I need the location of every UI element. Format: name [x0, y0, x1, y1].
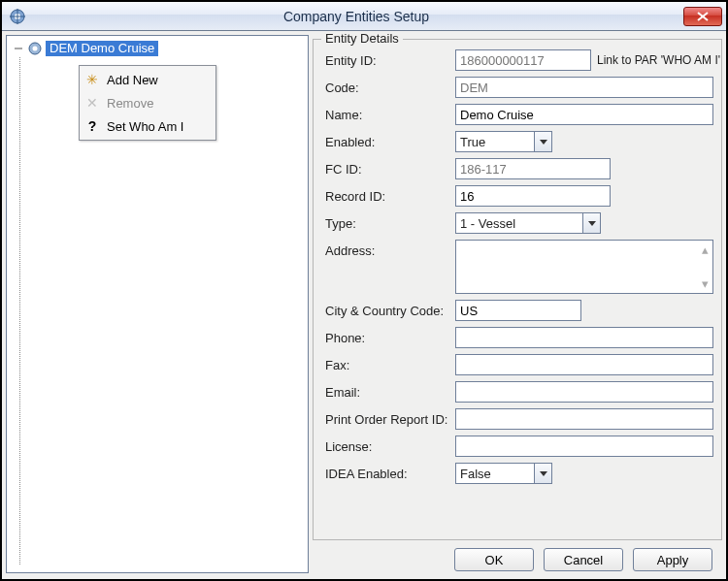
window-frame: Company Entities Setup	[0, 0, 728, 581]
label-city-country: City & Country Code:	[321, 304, 449, 318]
idea-enabled-dropdown-button[interactable]	[534, 464, 551, 483]
label-record-id: Record ID:	[321, 189, 449, 204]
scroll-up-icon: ▴	[702, 242, 709, 257]
tree-connector	[19, 57, 20, 565]
label-type: Type:	[321, 216, 449, 231]
chevron-down-icon	[540, 140, 547, 145]
license-field[interactable]	[455, 436, 713, 457]
fc-id-field	[455, 158, 611, 179]
close-icon	[697, 12, 709, 21]
question-icon: ?	[83, 117, 101, 135]
record-id-field[interactable]	[455, 185, 611, 207]
entity-tree-pane: DEM Demo Cruise ✳ Add New ✕ Remove ? Set…	[6, 35, 309, 573]
app-icon	[6, 5, 29, 28]
details-pane: Entity Details Entity ID: Link to PAR 'W…	[313, 35, 722, 573]
entity-icon	[27, 41, 43, 56]
fax-field[interactable]	[455, 354, 713, 375]
label-code: Code:	[321, 81, 449, 95]
label-print-order-report-id: Print Order Report ID:	[321, 412, 449, 427]
add-icon: ✳	[83, 71, 101, 88]
menu-remove: ✕ Remove	[82, 91, 214, 114]
groupbox-legend: Entity Details	[321, 31, 403, 46]
entity-tree: DEM Demo Cruise	[7, 36, 308, 61]
email-field[interactable]	[455, 381, 713, 403]
scroll-down-icon: ▾	[702, 276, 709, 291]
remove-icon: ✕	[83, 94, 101, 112]
chevron-down-icon	[588, 221, 596, 226]
svg-point-8	[33, 47, 38, 51]
window-title: Company Entities Setup	[29, 9, 683, 24]
print-order-report-id-field[interactable]	[455, 408, 713, 430]
context-menu: ✳ Add New ✕ Remove ? Set Who Am I	[79, 65, 216, 141]
type-select[interactable]: 1 - Vessel	[455, 212, 601, 234]
chevron-collapse-icon	[14, 44, 23, 53]
tree-expander[interactable]	[13, 40, 24, 57]
label-license: License:	[321, 439, 449, 454]
phone-field[interactable]	[455, 327, 713, 348]
city-country-field[interactable]	[455, 300, 581, 321]
ok-button[interactable]: OK	[454, 548, 534, 571]
address-field[interactable]	[456, 241, 697, 293]
titlebar: Company Entities Setup	[2, 2, 726, 31]
label-fc-id: FC ID:	[321, 162, 449, 177]
label-entity-id: Entity ID:	[321, 53, 449, 68]
label-phone: Phone:	[321, 331, 449, 345]
address-field-wrap: ▴ ▾	[455, 240, 713, 294]
apply-button[interactable]: Apply	[633, 548, 712, 571]
label-idea-enabled: IDEA Enabled:	[321, 467, 449, 481]
dialog-buttons: OK Cancel Apply	[313, 544, 722, 573]
label-address: Address:	[321, 240, 449, 258]
cancel-button[interactable]: Cancel	[544, 548, 623, 571]
code-field	[455, 77, 713, 98]
label-fax: Fax:	[321, 358, 449, 372]
enabled-select[interactable]: True	[455, 131, 552, 152]
entity-id-field	[455, 49, 591, 71]
address-scrollbar[interactable]: ▴ ▾	[697, 241, 712, 293]
entity-form: Entity ID: Link to PAR 'WHO AM I' Code: …	[321, 49, 713, 484]
enabled-dropdown-button[interactable]	[534, 132, 551, 151]
idea-enabled-select[interactable]: False	[455, 463, 552, 484]
type-dropdown-button[interactable]	[582, 213, 600, 233]
tree-node-dem[interactable]: DEM Demo Cruise	[13, 40, 302, 57]
menu-add-new[interactable]: ✳ Add New	[82, 68, 214, 91]
menu-set-who-am-i[interactable]: ? Set Who Am I	[82, 114, 214, 138]
label-name: Name:	[321, 108, 449, 122]
entity-details-group: Entity Details Entity ID: Link to PAR 'W…	[313, 39, 722, 540]
label-enabled: Enabled:	[321, 135, 449, 149]
link-par-text: Link to PAR 'WHO AM I'	[597, 53, 720, 67]
tree-node-label[interactable]: DEM Demo Cruise	[46, 41, 158, 56]
label-email: Email:	[321, 385, 449, 400]
name-field[interactable]	[455, 104, 713, 125]
chevron-down-icon	[540, 471, 547, 476]
client-area: DEM Demo Cruise ✳ Add New ✕ Remove ? Set…	[2, 31, 726, 579]
close-button[interactable]	[683, 7, 722, 26]
